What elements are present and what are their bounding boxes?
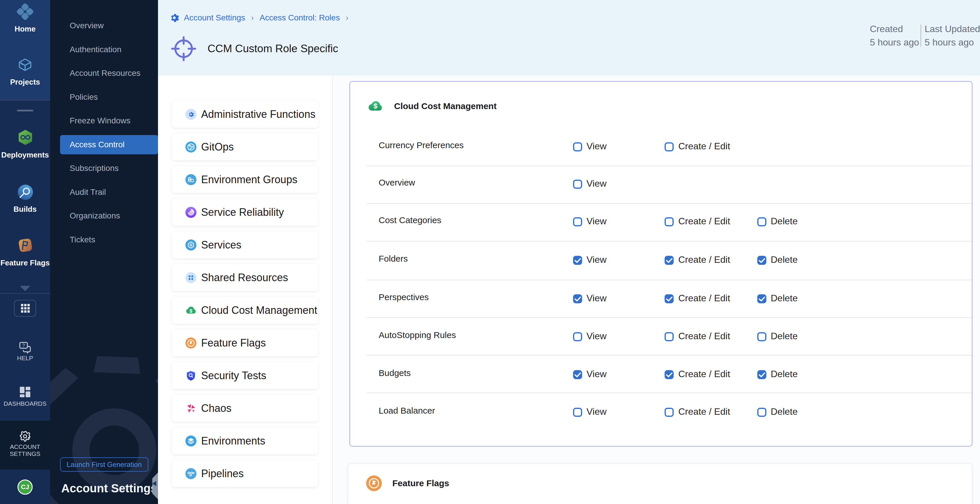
svg-text:?: ? bbox=[22, 343, 25, 348]
svg-text:$: $ bbox=[189, 308, 192, 314]
svg-text:$: $ bbox=[374, 102, 377, 110]
